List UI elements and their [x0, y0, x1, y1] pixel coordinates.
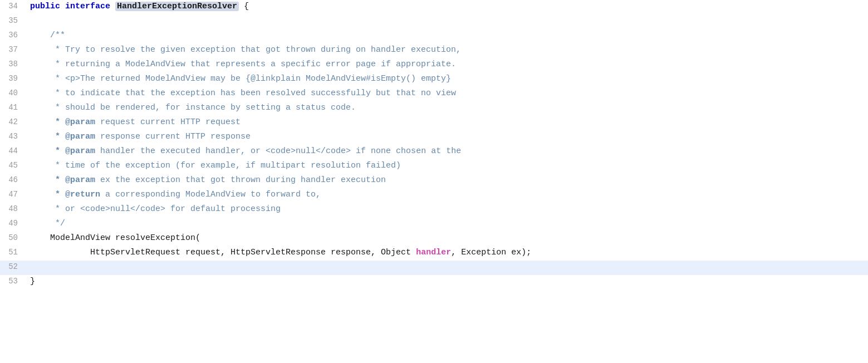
line-content: HttpServletRequest request, HttpServletR… [28, 246, 531, 259]
line-number: 41 [0, 101, 28, 114]
comment-param-tag: * @param [30, 146, 95, 156]
comment-param-tag: * @param [30, 117, 95, 127]
code-line: 45 * time of the exception (for example,… [0, 159, 868, 174]
code-line: 34public interface HandlerExceptionResol… [0, 0, 868, 14]
line-number: 34 [0, 0, 28, 12]
line-content: * should be rendered, for instance by se… [28, 101, 356, 115]
comment-text: * to indicate that the exception has bee… [30, 89, 456, 98]
comment-text: * Try to resolve the given exception tha… [30, 45, 461, 55]
line-number: 50 [0, 232, 28, 244]
code-line: 39 * <p>The returned ModelAndView may be… [0, 72, 868, 87]
comment-param-tag: * @param [30, 175, 95, 185]
line-number: 48 [0, 203, 28, 215]
comment-param-tag: * @param [30, 132, 95, 141]
code-line: 53} [0, 275, 868, 290]
line-number: 42 [0, 116, 28, 128]
code-text: { [239, 2, 249, 11]
code-line: 36 /** [0, 29, 868, 43]
code-text: HttpServletRequest request, HttpServletR… [30, 248, 416, 257]
code-line: 42 * @param request current HTTP request [0, 116, 868, 130]
code-line: 44 * @param handler the executed handler… [0, 145, 868, 159]
line-content: public interface HandlerExceptionResolve… [28, 0, 249, 13]
code-line: 35 [0, 14, 868, 29]
line-number: 38 [0, 58, 28, 70]
comment-text: * <p>The returned ModelAndView may be {@… [30, 74, 451, 84]
comment-text: response current HTTP response [95, 132, 251, 141]
line-number: 53 [0, 275, 28, 287]
line-content: * time of the exception (for example, if… [28, 159, 401, 173]
line-content: } [28, 275, 35, 288]
comment-text: */ [30, 219, 65, 228]
comment-param-tag: * @return [30, 190, 100, 199]
line-content: * or <code>null</code> for default proce… [28, 203, 281, 216]
line-content: ModelAndView resolveException( [28, 232, 200, 245]
code-text: , Exception ex); [451, 248, 531, 257]
comment-text: /** [50, 31, 65, 40]
code-line: 41 * should be rendered, for instance by… [0, 101, 868, 116]
line-content: * <p>The returned ModelAndView may be {@… [28, 72, 451, 86]
code-editor: 34public interface HandlerExceptionResol… [0, 0, 868, 363]
code-text: } [30, 277, 35, 286]
line-content: * to indicate that the exception has bee… [28, 87, 456, 100]
code-text: ModelAndView resolveException( [30, 233, 200, 243]
line-number: 52 [0, 261, 28, 273]
code-line: 43 * @param response current HTTP respon… [0, 130, 868, 145]
line-number: 40 [0, 87, 28, 99]
line-content: * @param request current HTTP request [28, 116, 241, 129]
line-number: 46 [0, 174, 28, 186]
line-number: 44 [0, 145, 28, 157]
line-number: 47 [0, 188, 28, 200]
comment-text: * should be rendered, for instance by se… [30, 103, 356, 112]
comment-text: request current HTTP request [95, 117, 241, 127]
code-line: 46 * @param ex the exception that got th… [0, 174, 868, 188]
comment-text: * returning a ModelAndView that represen… [30, 60, 456, 69]
line-number: 43 [0, 130, 28, 143]
code-line: 52 [0, 261, 868, 275]
keyword: interface [65, 2, 115, 11]
line-content: * @return a corresponding ModelAndView t… [28, 188, 321, 202]
code-line: 38 * returning a ModelAndView that repre… [0, 58, 868, 72]
line-number: 39 [0, 72, 28, 85]
line-content: */ [28, 217, 65, 230]
line-content [28, 14, 35, 28]
code-line: 49 */ [0, 217, 868, 232]
line-content: /** [28, 29, 65, 42]
comment-text: ex the exception that got thrown during … [95, 175, 386, 185]
line-content: * Try to resolve the given exception tha… [28, 43, 461, 57]
code-line: 51 HttpServletRequest request, HttpServl… [0, 246, 868, 261]
code-line: 40 * to indicate that the exception has … [0, 87, 868, 101]
line-number: 49 [0, 217, 28, 229]
comment-text: handler the executed handler, or <code>n… [95, 146, 461, 156]
comment-text: * or <code>null</code> for default proce… [30, 204, 281, 214]
comment-text: * time of the exception (for example, if… [30, 161, 401, 170]
line-content: * returning a ModelAndView that represen… [28, 58, 456, 71]
comment-text: a corresponding ModelAndView to forward … [100, 190, 321, 199]
line-content: * @param ex the exception that got throw… [28, 174, 386, 187]
line-number: 37 [0, 43, 28, 56]
line-number: 36 [0, 29, 28, 41]
line-content: * @param handler the executed handler, o… [28, 145, 461, 158]
highlighted-identifier: HandlerExceptionResolver [115, 2, 239, 11]
code-line: 50 ModelAndView resolveException( [0, 232, 868, 246]
line-number: 51 [0, 246, 28, 258]
line-number: 45 [0, 159, 28, 171]
code-line: 48 * or <code>null</code> for default pr… [0, 203, 868, 217]
line-content [28, 261, 35, 274]
code-line: 37 * Try to resolve the given exception … [0, 43, 868, 58]
line-number: 35 [0, 14, 28, 27]
keyword: public [30, 2, 65, 11]
parameter-name: handler [416, 248, 451, 257]
line-content: * @param response current HTTP response [28, 130, 251, 144]
code-line: 47 * @return a corresponding ModelAndVie… [0, 188, 868, 203]
code-text [30, 31, 50, 40]
